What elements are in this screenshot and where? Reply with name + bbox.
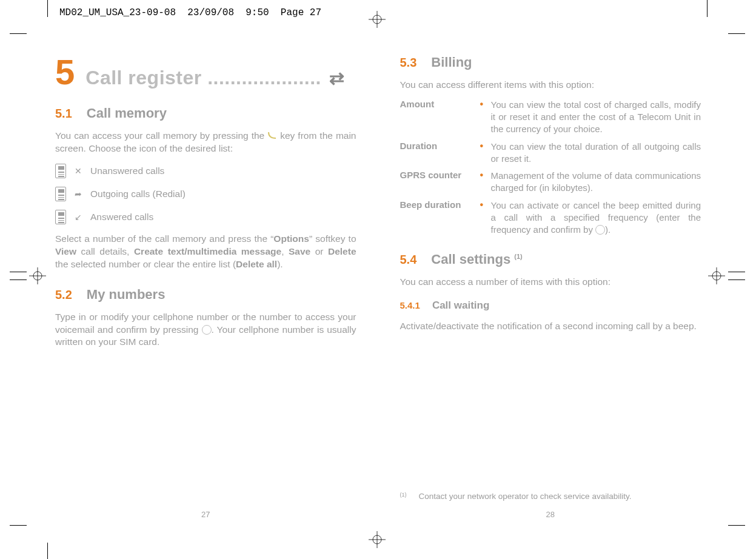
ok-key-icon bbox=[202, 325, 212, 335]
body-text: Type in or modify your cellphone number … bbox=[55, 311, 356, 349]
footnote-marker: (1) bbox=[400, 492, 407, 501]
crop-mark bbox=[10, 280, 27, 280]
body-text: Select a number of the call memory and p… bbox=[55, 233, 356, 271]
crop-mark bbox=[10, 33, 27, 34]
phone-icon bbox=[55, 210, 66, 224]
chapter-title-text: Call register .................... bbox=[85, 67, 321, 89]
section-number: 5.3 bbox=[400, 56, 417, 70]
chapter-heading: 5 Call register .................... ⇄ bbox=[55, 55, 356, 90]
bullet-icon: • bbox=[480, 199, 486, 236]
definition: You can activate or cancel the beep emit… bbox=[491, 199, 701, 236]
bold-text: Delete bbox=[328, 246, 356, 256]
text-fragment: or bbox=[310, 246, 328, 256]
list-item-answered: ↙ Answered calls bbox=[55, 210, 356, 224]
incoming-arrow-icon: ↙ bbox=[75, 212, 82, 222]
section-number: 5.1 bbox=[55, 107, 72, 121]
crop-mark bbox=[10, 272, 27, 272]
term: Beep duration bbox=[400, 199, 475, 236]
text-fragment: Select a number of the call memory and p… bbox=[55, 233, 273, 244]
footnote-ref: (1) bbox=[514, 253, 522, 260]
dl-gprs: GPRS counter • Management of the volume … bbox=[400, 170, 701, 195]
list-label: Unanswered calls bbox=[90, 166, 164, 176]
text-fragment: the selected number or clear the entire … bbox=[55, 259, 236, 269]
softkey-icon bbox=[267, 130, 277, 140]
section-title: My numbers bbox=[87, 287, 166, 303]
subsection-number: 5.4.1 bbox=[400, 300, 420, 310]
crop-mark bbox=[707, 0, 707, 17]
dl-amount: Amount • You can view the total cost of … bbox=[400, 99, 701, 136]
section-5-2: 5.2 My numbers bbox=[55, 287, 356, 303]
list-label: Outgoing calls (Redial) bbox=[90, 189, 186, 199]
body-text: Activate/deactivate the notification of … bbox=[400, 320, 701, 333]
page-number: 27 bbox=[52, 510, 360, 519]
section-5-4: 5.4 Call settings (1) bbox=[400, 252, 701, 267]
ok-key-icon bbox=[595, 225, 605, 235]
definition-list: Amount • You can view the total cost of … bbox=[400, 99, 701, 236]
crop-mark bbox=[10, 525, 27, 526]
footnote-text: Contact your network operator to check s… bbox=[419, 492, 632, 501]
subsection-5-4-1: 5.4.1 Call waiting bbox=[400, 300, 701, 312]
list-label: Answered calls bbox=[90, 212, 153, 223]
page-left: 5 Call register .................... ⇄ 5… bbox=[52, 52, 360, 523]
crop-mark bbox=[728, 525, 745, 526]
section-title: Billing bbox=[431, 55, 472, 70]
text-fragment: Call settings bbox=[431, 252, 514, 267]
page-spread: 5 Call register .................... ⇄ 5… bbox=[52, 52, 704, 523]
print-slug: MD02_UM_USA_23-09-08 23/09/08 9:50 Page … bbox=[59, 7, 321, 18]
section-title: Call memory bbox=[87, 105, 167, 121]
text-fragment: ). bbox=[605, 224, 610, 235]
registration-mark-icon bbox=[708, 267, 725, 284]
chapter-number: 5 bbox=[55, 55, 75, 90]
section-5-1: 5.1 Call memory bbox=[55, 105, 356, 121]
footnote: (1) Contact your network operator to che… bbox=[400, 492, 701, 501]
body-text: You can access different items with this… bbox=[400, 79, 701, 92]
crop-mark bbox=[728, 280, 745, 280]
crop-mark bbox=[47, 543, 48, 559]
crop-mark bbox=[728, 33, 745, 34]
bold-text: Delete all bbox=[236, 259, 277, 269]
dl-beep: Beep duration • You can activate or canc… bbox=[400, 199, 701, 236]
crop-mark bbox=[728, 272, 745, 272]
list-item-outgoing: ➦ Outgoing calls (Redial) bbox=[55, 187, 356, 201]
section-number: 5.4 bbox=[400, 253, 417, 267]
crop-mark bbox=[47, 0, 48, 17]
text-fragment: ” softkey to bbox=[309, 233, 356, 244]
bold-text: Save bbox=[289, 246, 310, 256]
page-right: 5.3 Billing You can access different ite… bbox=[396, 52, 705, 523]
swap-arrows-icon: ⇄ bbox=[329, 68, 345, 88]
section-title: Call settings (1) bbox=[431, 252, 522, 267]
bold-text: Options bbox=[273, 233, 309, 244]
text-fragment: ). bbox=[277, 259, 283, 269]
subsection-title: Call waiting bbox=[432, 300, 489, 312]
registration-mark-icon bbox=[369, 11, 386, 28]
definition: You can view the total cost of charged c… bbox=[491, 99, 701, 136]
page-number: 28 bbox=[396, 510, 705, 519]
text-fragment: call details, bbox=[76, 246, 134, 256]
definition: Management of the volume of data communi… bbox=[491, 170, 701, 195]
list-item-unanswered: ✕ Unanswered calls bbox=[55, 164, 356, 178]
term: Duration bbox=[400, 141, 475, 166]
section-number: 5.2 bbox=[55, 288, 72, 302]
text-fragment: , bbox=[281, 246, 289, 256]
outgoing-arrow-icon: ➦ bbox=[75, 189, 82, 199]
bullet-icon: • bbox=[480, 99, 486, 136]
dl-duration: Duration • You can view the total durati… bbox=[400, 141, 701, 166]
phone-icon bbox=[55, 187, 66, 201]
term: GPRS counter bbox=[400, 170, 475, 195]
text-fragment: You can access your call memory by press… bbox=[55, 130, 267, 141]
body-text: You can access a number of items with th… bbox=[400, 276, 701, 289]
chapter-title: Call register .................... ⇄ bbox=[85, 67, 345, 89]
bullet-icon: • bbox=[480, 141, 486, 166]
registration-mark-icon bbox=[369, 531, 386, 548]
body-text: You can access your call memory by press… bbox=[55, 130, 356, 155]
bullet-icon: • bbox=[480, 170, 486, 195]
registration-mark-icon bbox=[29, 267, 46, 284]
definition: You can view the total duration of all o… bbox=[491, 141, 701, 166]
missed-icon: ✕ bbox=[75, 166, 82, 176]
bold-text: View bbox=[55, 246, 76, 256]
bold-text: Create text/multimedia message bbox=[134, 246, 281, 256]
phone-icon bbox=[55, 164, 66, 178]
term: Amount bbox=[400, 99, 475, 136]
section-5-3: 5.3 Billing bbox=[400, 55, 701, 70]
